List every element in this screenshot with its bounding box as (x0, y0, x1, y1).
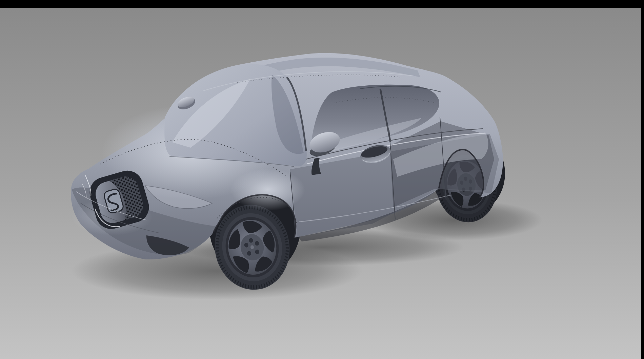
cad-application-window (0, 0, 644, 359)
3d-viewport[interactable] (0, 0, 644, 359)
fender-highlight (230, 169, 305, 211)
top-letterbox-bar (0, 0, 644, 8)
right-letterbox-bar (641, 0, 644, 359)
